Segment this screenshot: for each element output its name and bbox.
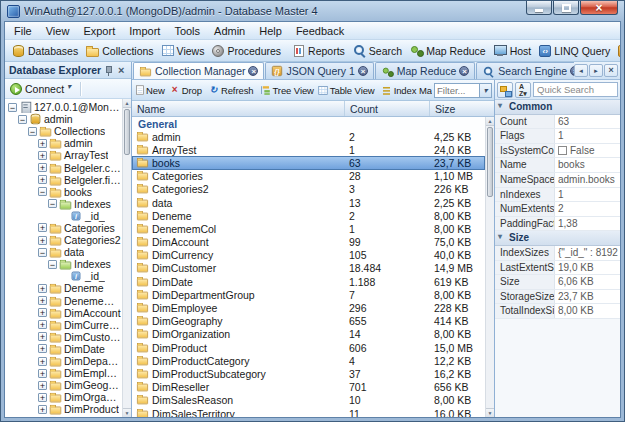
tree-expander-icon[interactable]	[38, 187, 47, 196]
tree-expander-icon[interactable]	[38, 393, 47, 402]
collection-row[interactable]: DimOrganization 14 8,00 KB	[132, 328, 485, 341]
collection-row[interactable]: DimProductCategory 4 12,2 KB	[132, 354, 485, 367]
tab[interactable]: Map Reduce	[375, 62, 476, 79]
scroll-up-icon[interactable]	[123, 99, 131, 108]
collection-toolbar-button[interactable]: Index Manager	[379, 84, 432, 97]
scroll-down-icon[interactable]	[486, 408, 494, 417]
tree-expander-icon[interactable]	[38, 344, 47, 353]
tree-item[interactable]: DimOrganization	[5, 391, 121, 403]
tree-item[interactable]: DimGeography	[5, 379, 121, 391]
connect-button[interactable]: Connect	[8, 82, 76, 96]
column-header-size[interactable]: Size	[429, 101, 485, 116]
tab-scroll-left-icon[interactable]	[574, 64, 588, 77]
tree-item[interactable]: Belgeler.chunks	[5, 161, 121, 173]
tree-expander-icon[interactable]	[18, 115, 27, 124]
collection-row[interactable]: DimEmployee 296 228 KB	[132, 301, 485, 314]
collection-row[interactable]: DimSalesTerritory 11 16,0 KB	[132, 407, 485, 417]
close-panel-icon[interactable]	[117, 65, 127, 76]
collection-row[interactable]: admin 2 4,25 KB	[132, 130, 485, 143]
title-bar[interactable]: WinAuth@127.0.0.1 (MongoDB)/admin - Data…	[4, 1, 621, 21]
tree-item[interactable]: admin	[5, 113, 121, 125]
collection-row[interactable]: DimSalesReason 10 8,00 KB	[132, 394, 485, 407]
tree-item[interactable]: admin	[5, 137, 121, 149]
menu-item[interactable]: Import	[122, 23, 167, 39]
menu-item[interactable]: Export	[76, 23, 122, 39]
menu-item[interactable]: Admin	[207, 23, 252, 39]
column-header-count[interactable]: Count	[344, 101, 429, 116]
scroll-up-icon[interactable]	[486, 117, 494, 126]
tree-item[interactable]: books	[5, 186, 121, 198]
tree-expander-icon[interactable]	[38, 163, 47, 172]
toolbar-button[interactable]: Search	[349, 42, 406, 59]
toolbar-button[interactable]: Collections	[82, 43, 157, 59]
tree-item[interactable]: Belgeler.files	[5, 174, 121, 186]
tree-expander-icon[interactable]	[38, 357, 47, 366]
tree-expander-icon[interactable]	[38, 296, 47, 305]
filter-dropdown-icon[interactable]	[480, 83, 492, 98]
scroll-down-icon[interactable]	[123, 408, 131, 417]
tree-expander-icon[interactable]	[38, 308, 47, 317]
tree-item[interactable]: data	[5, 246, 121, 258]
scrollbar-thumb[interactable]	[124, 109, 130, 155]
grid-group-row[interactable]: General	[132, 117, 494, 130]
toolbar-button[interactable]: Views	[158, 42, 209, 59]
tab[interactable]: Search Engine	[476, 62, 574, 79]
property-row[interactable]: PaddingFact 1,38	[495, 217, 620, 232]
collection-row[interactable]: DimDepartmentGroup 7 8,00 KB	[132, 288, 485, 301]
collection-row[interactable]: DimProductSubcategory 37 16,2 KB	[132, 367, 485, 380]
collection-row[interactable]: DimDate 1.188 619 KB	[132, 275, 485, 288]
menu-item[interactable]: Help	[252, 23, 289, 39]
maximize-button[interactable]	[553, 1, 579, 15]
tree-expander-icon[interactable]	[38, 405, 47, 414]
property-row[interactable]: IndexSizes {"_id_" : 8192	[495, 246, 620, 261]
toolbar-button[interactable]: Procedures	[208, 43, 285, 59]
tree-item[interactable]: Collections	[5, 125, 121, 137]
tree-expander-icon[interactable]	[38, 139, 47, 148]
tree-expander-icon[interactable]	[48, 199, 57, 208]
tab[interactable]: JSON Query 1	[265, 62, 373, 79]
collection-row[interactable]: books 63 23,7 KB	[132, 156, 485, 169]
tree-expander-icon[interactable]	[48, 260, 57, 269]
pin-icon[interactable]	[103, 65, 113, 76]
tree-item[interactable]: DenememCol	[5, 295, 121, 307]
toolbar-button[interactable]: JSON Query	[614, 43, 620, 59]
tree-item[interactable]: Deneme	[5, 282, 121, 294]
tree-expander-icon[interactable]	[38, 248, 47, 257]
collection-row[interactable]: Deneme 2 8,00 KB	[132, 209, 485, 222]
collection-row[interactable]: Categories 28 1,10 MB	[132, 170, 485, 183]
tree-expander-icon[interactable]	[28, 127, 37, 136]
menu-item[interactable]: Feedback	[289, 23, 351, 39]
tree-expander-icon[interactable]	[38, 381, 47, 390]
tree-scrollbar[interactable]	[122, 99, 131, 417]
tree-item[interactable]: DimProduct	[5, 403, 121, 415]
tree-item[interactable]: DimCustomer	[5, 331, 121, 343]
tab[interactable]: Collection Manager	[133, 62, 264, 79]
collection-toolbar-button[interactable]: Drop	[167, 84, 204, 97]
collection-toolbar-button[interactable]: Refresh	[206, 84, 256, 97]
tab-close-icon[interactable]	[248, 66, 258, 76]
collection-row[interactable]: ArrayTest 1 24,0 KB	[132, 143, 485, 156]
collection-toolbar-button[interactable]: Tree View	[258, 84, 316, 97]
sort-az-icon[interactable]	[515, 82, 531, 98]
tree-expander-icon[interactable]	[38, 320, 47, 329]
collection-toolbar-button[interactable]: New	[134, 84, 167, 97]
tree-item[interactable]: _id_	[5, 270, 121, 282]
tree-item[interactable]: _id_	[5, 210, 121, 222]
property-row[interactable]: NameSpace admin.books	[495, 173, 620, 188]
property-row[interactable]: LastExtentSi 19,0 KB	[495, 261, 620, 276]
property-row[interactable]: StorageSize 23,7 KB	[495, 290, 620, 305]
tree-expander-icon[interactable]	[38, 151, 47, 160]
property-row[interactable]: NumExtents 2	[495, 202, 620, 217]
toolbar-button[interactable]: Databases	[8, 43, 82, 59]
tab-close-icon[interactable]	[358, 66, 368, 76]
tree-item[interactable]: 127.0.0.1@MongoDB 1.8.1	[5, 101, 121, 113]
collection-row[interactable]: DimCurrency 105 40,0 KB	[132, 249, 485, 262]
property-row[interactable]: Name books	[495, 158, 620, 173]
close-button[interactable]	[580, 1, 618, 15]
toolbar-button[interactable]: Reports	[289, 43, 349, 59]
tree-item[interactable]: DimDate	[5, 343, 121, 355]
tree-item[interactable]: DimProductCategory	[5, 415, 121, 417]
tree-item[interactable]: DimDepartmentGroup	[5, 355, 121, 367]
tree-item[interactable]: Categories	[5, 222, 121, 234]
menu-item[interactable]: Tools	[167, 23, 207, 39]
